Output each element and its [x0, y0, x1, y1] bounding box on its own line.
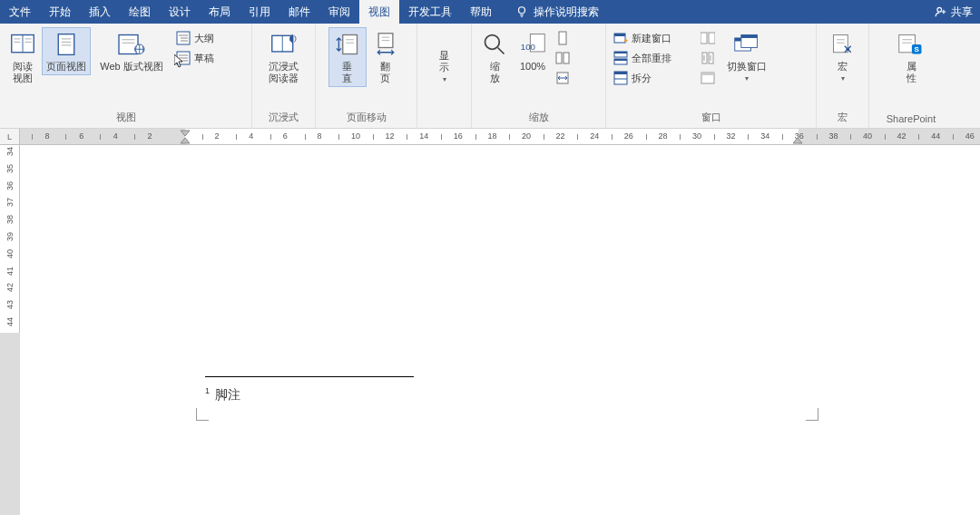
- views-group-label: 视图: [0, 109, 251, 128]
- group-window: ✦新建窗口 全部重排 拆分 切换窗口 ▾ 窗口: [606, 24, 817, 128]
- svg-rect-55: [701, 73, 714, 75]
- group-show: 显 示 ▾: [417, 24, 472, 128]
- show-group-label: [417, 112, 471, 128]
- zoom-button[interactable]: 缩 放: [475, 27, 514, 87]
- new-window-label: 新建窗口: [632, 32, 671, 45]
- sync-scroll-button[interactable]: [697, 49, 722, 67]
- properties-button[interactable]: S 属 性: [892, 27, 930, 87]
- svg-text:S: S: [915, 45, 919, 53]
- read-mode-icon: [8, 30, 37, 59]
- ruler-corner: L: [0, 129, 20, 145]
- tab-mail[interactable]: 邮件: [279, 0, 319, 24]
- chevron-down-icon: ▾: [841, 74, 845, 83]
- zoom-100-label: 100%: [520, 61, 545, 73]
- sharepoint-group-label: SharePoint: [869, 112, 953, 128]
- outline-button[interactable]: 大纲: [172, 29, 218, 47]
- tab-design[interactable]: 设计: [160, 0, 200, 24]
- tab-references[interactable]: 引用: [240, 0, 279, 24]
- side-to-side-label: 翻 页: [380, 61, 390, 84]
- margin-corner-left: [196, 408, 209, 421]
- svg-point-1: [937, 7, 942, 12]
- immersive-reader-button[interactable]: 沉浸式 阅读器: [264, 27, 303, 87]
- immersive-reader-icon: [270, 30, 299, 59]
- new-window-button[interactable]: ✦新建窗口: [610, 29, 697, 47]
- page-width-button[interactable]: [552, 69, 573, 87]
- share-button[interactable]: 共享: [927, 0, 980, 24]
- side-to-side-icon: [371, 30, 400, 59]
- side-to-side-button[interactable]: 翻 页: [367, 27, 405, 87]
- svg-marker-71: [793, 138, 802, 143]
- reset-window-icon: [701, 71, 715, 85]
- svg-marker-69: [181, 131, 190, 136]
- chevron-down-icon: ▾: [443, 75, 446, 83]
- footnote-content: 脚注: [215, 387, 240, 402]
- draft-button[interactable]: 草稿: [172, 49, 218, 67]
- new-window-icon: ✦: [613, 31, 628, 45]
- tab-draw[interactable]: 绘图: [120, 0, 160, 24]
- properties-icon: S: [897, 30, 926, 59]
- tab-file[interactable]: 文件: [0, 0, 40, 24]
- group-sharepoint: S 属 性 SharePoint: [869, 24, 953, 128]
- tab-help[interactable]: 帮助: [461, 0, 501, 24]
- macros-label: 宏: [838, 61, 848, 73]
- share-icon: [935, 5, 947, 18]
- switch-windows-button[interactable]: 切换窗口 ▾: [722, 27, 771, 85]
- chevron-down-icon: ▾: [745, 74, 749, 83]
- outline-icon: [176, 31, 191, 45]
- zoom-100-button[interactable]: 100 100%: [514, 27, 552, 75]
- arrange-all-button[interactable]: 全部重排: [610, 49, 697, 67]
- properties-label: 属 性: [906, 61, 916, 84]
- tab-layout[interactable]: 布局: [200, 0, 240, 24]
- vertical-icon: [333, 30, 362, 59]
- svg-rect-37: [556, 53, 562, 63]
- lightbulb-icon: [515, 5, 528, 18]
- tab-view[interactable]: 视图: [359, 0, 399, 24]
- tab-devtools[interactable]: 开发工具: [399, 0, 461, 24]
- vertical-label: 垂 直: [342, 61, 352, 84]
- web-layout-button[interactable]: Web 版式视图: [91, 27, 172, 75]
- svg-text:100: 100: [521, 42, 536, 52]
- reset-window-button[interactable]: [697, 69, 722, 87]
- svg-rect-26: [342, 35, 357, 54]
- tab-insert[interactable]: 插入: [80, 0, 120, 24]
- split-button[interactable]: 拆分: [610, 69, 697, 87]
- draft-icon: [176, 51, 191, 65]
- group-immersive: 沉浸式 阅读器 沉浸式: [252, 24, 316, 128]
- svg-rect-8: [58, 34, 74, 55]
- footnote-separator: [205, 376, 414, 377]
- svg-rect-46: [614, 59, 627, 61]
- view-side-by-side-button[interactable]: [697, 29, 722, 47]
- vertical-ruler[interactable]: 34353637383940414243444546474849: [0, 145, 20, 515]
- zoom-group-label: 缩放: [472, 109, 605, 128]
- macros-button[interactable]: 宏 ▾: [824, 27, 862, 85]
- tab-home[interactable]: 开始: [40, 0, 80, 24]
- svg-point-63: [846, 48, 849, 52]
- page-layout-button[interactable]: 页面视图: [42, 27, 91, 75]
- footnote-text[interactable]: 1脚注: [205, 386, 240, 403]
- horizontal-ruler-row: L 86422468101214161820222426283032343638…: [0, 129, 980, 145]
- read-mode-button[interactable]: 阅读 视图: [4, 27, 42, 87]
- multi-page-button[interactable]: [552, 49, 573, 67]
- svg-line-33: [498, 48, 505, 54]
- horizontal-ruler[interactable]: 8642246810121416182022242628303234363840…: [20, 129, 980, 145]
- vertical-button[interactable]: 垂 直: [328, 27, 367, 87]
- macros-icon: [828, 30, 858, 59]
- svg-rect-60: [833, 35, 848, 53]
- svg-rect-59: [741, 34, 758, 38]
- svg-text:✦: ✦: [622, 36, 628, 45]
- share-label: 共享: [951, 5, 973, 20]
- svg-point-0: [519, 7, 525, 14]
- document-canvas[interactable]: 1脚注: [20, 145, 980, 515]
- work-area: 34353637383940414243444546474849 1脚注: [0, 145, 980, 515]
- window-stack: ✦新建窗口 全部重排 拆分: [610, 27, 697, 87]
- tell-me-search[interactable]: 操作说明搜索: [506, 0, 608, 24]
- tab-review[interactable]: 审阅: [319, 0, 359, 24]
- split-label: 拆分: [632, 72, 652, 85]
- svg-rect-48: [614, 72, 627, 74]
- show-button[interactable]: 显 示 ▾: [426, 27, 464, 86]
- one-page-button[interactable]: [552, 29, 573, 47]
- show-icon: [430, 30, 459, 48]
- window-icons-stack: [697, 27, 722, 87]
- page-layout-icon: [52, 30, 81, 59]
- zoom-icon: [480, 30, 509, 59]
